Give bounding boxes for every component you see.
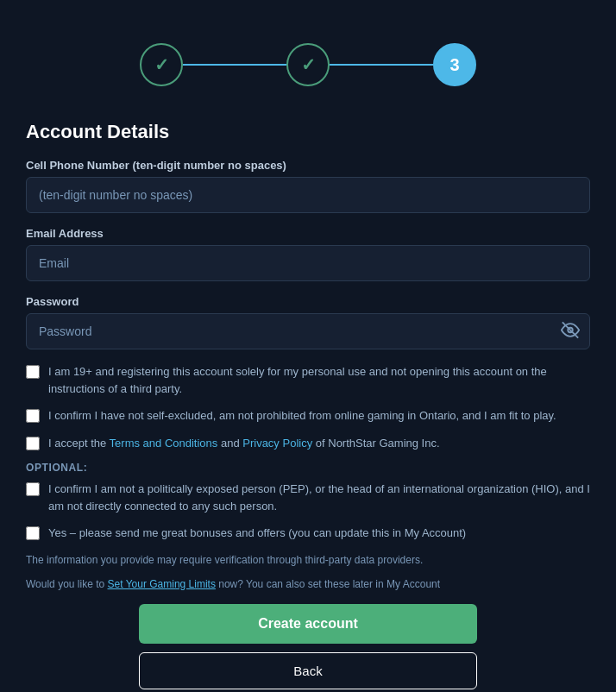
password-field-group: Password bbox=[26, 295, 590, 349]
back-button[interactable]: Back bbox=[139, 652, 477, 689]
eye-icon bbox=[561, 321, 580, 343]
step-line-1 bbox=[183, 64, 286, 66]
checkbox-pep-label: I confirm I am not a politically exposed… bbox=[48, 481, 590, 514]
verification-info: The information you provide may require … bbox=[26, 552, 590, 568]
phone-input[interactable] bbox=[26, 177, 590, 213]
password-input-wrapper bbox=[26, 313, 590, 349]
checkbox-group-1: I am 19+ and registering this account so… bbox=[26, 363, 590, 397]
stepper: ✓ ✓ 3 bbox=[26, 35, 590, 95]
phone-field-group: Cell Phone Number (ten-digit number no s… bbox=[26, 159, 590, 213]
phone-label: Cell Phone Number (ten-digit number no s… bbox=[26, 159, 590, 172]
checkbox-terms[interactable] bbox=[26, 437, 40, 450]
checkbox-bonuses[interactable] bbox=[26, 526, 40, 540]
step-2-icon: ✓ bbox=[301, 54, 316, 75]
gaming-limits-info: Would you like to Set Your Gaming Limits… bbox=[26, 576, 590, 592]
checkbox-group-2: I confirm I have not self-excluded, am n… bbox=[26, 407, 590, 425]
checkbox-self-exclude-label: I confirm I have not self-excluded, am n… bbox=[48, 407, 556, 425]
gaming-limits-link[interactable]: Set Your Gaming Limits bbox=[108, 578, 216, 590]
email-label: Email Address bbox=[26, 227, 590, 240]
checkbox-pep[interactable] bbox=[26, 482, 40, 496]
step-3-label: 3 bbox=[449, 55, 459, 75]
checkbox-bonuses-label: Yes – please send me great bonuses and o… bbox=[48, 525, 466, 542]
checkbox-self-exclude[interactable] bbox=[26, 409, 40, 423]
step-line-2 bbox=[330, 64, 433, 66]
privacy-link[interactable]: Privacy Policy bbox=[242, 437, 312, 450]
step-2: ✓ bbox=[286, 43, 330, 86]
password-label: Password bbox=[26, 295, 590, 308]
checkbox-group-5: Yes – please send me great bonuses and o… bbox=[26, 525, 590, 542]
email-input[interactable] bbox=[26, 245, 590, 281]
step-1-icon: ✓ bbox=[154, 54, 169, 75]
svg-line-1 bbox=[563, 322, 578, 337]
optional-label: OPTIONAL: bbox=[26, 462, 590, 474]
step-3: 3 bbox=[433, 43, 476, 86]
checkbox-age-label: I am 19+ and registering this account so… bbox=[48, 363, 590, 397]
checkbox-group-3: I accept the Terms and Conditions and Pr… bbox=[26, 435, 590, 452]
email-field-group: Email Address bbox=[26, 227, 590, 281]
password-input[interactable] bbox=[26, 313, 590, 349]
page-container: ✓ ✓ 3 Account Details Cell Phone Number … bbox=[0, 17, 616, 692]
terms-link[interactable]: Terms and Conditions bbox=[110, 437, 218, 450]
section-title: Account Details bbox=[26, 121, 590, 143]
password-toggle-button[interactable] bbox=[561, 321, 580, 343]
checkbox-group-4: I confirm I am not a politically exposed… bbox=[26, 481, 590, 514]
step-1: ✓ bbox=[140, 43, 183, 86]
checkbox-age-confirm[interactable] bbox=[26, 365, 40, 379]
create-account-button[interactable]: Create account bbox=[139, 604, 477, 644]
checkbox-terms-label: I accept the Terms and Conditions and Pr… bbox=[48, 435, 440, 452]
